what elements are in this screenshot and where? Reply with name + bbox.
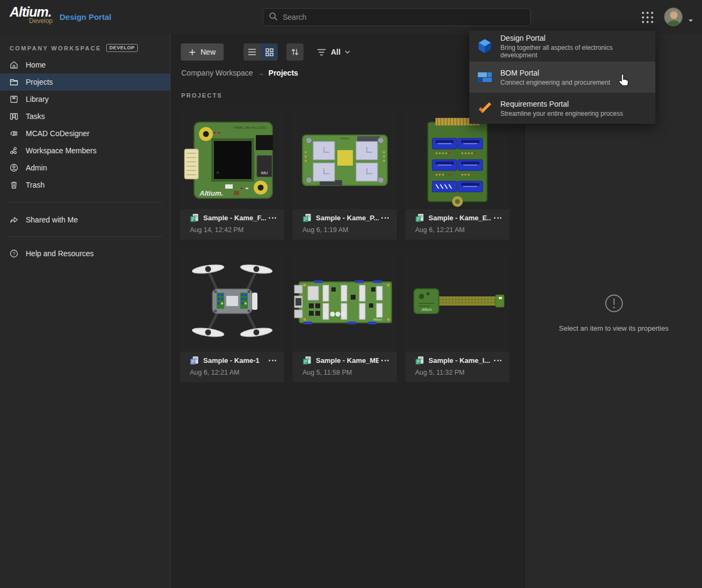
more-options-button[interactable] bbox=[379, 356, 391, 365]
chevron-down-icon bbox=[345, 50, 350, 54]
project-card[interactable]: Sample - Kame_E... Aug 6, 12:21 AM bbox=[405, 107, 509, 240]
project-meta: Sample - Kame_I... Aug 5, 11:32 PM bbox=[405, 352, 509, 376]
project-name: Sample - Kame_I... bbox=[428, 356, 491, 364]
sidebar-item-mcad-codesigner[interactable]: MCAD CoDesigner bbox=[0, 125, 170, 142]
members-icon bbox=[9, 146, 19, 155]
sidebar-item-label: Help and Resources bbox=[26, 249, 94, 258]
user-menu-caret[interactable] bbox=[688, 15, 693, 25]
search-input[interactable] bbox=[283, 13, 525, 21]
project-name: Sample - Kame_P... bbox=[316, 214, 379, 222]
project-card[interactable]: Altium Sample - Kame_I... bbox=[405, 250, 509, 382]
user-avatar[interactable] bbox=[664, 8, 683, 26]
projects-toolbar: New All bbox=[181, 43, 350, 61]
admin-user-icon bbox=[9, 163, 19, 173]
menu-item-requirements-portal[interactable]: Requirements Portal Streamline your enti… bbox=[469, 93, 655, 124]
grid-view-icon bbox=[265, 48, 274, 56]
home-icon bbox=[9, 60, 19, 70]
project-meta: Sample - Kame_MB Aug 5, 11:58 PM bbox=[293, 352, 397, 376]
filter-value: All bbox=[331, 48, 341, 56]
project-name: Sample - Kame-1 bbox=[203, 356, 266, 364]
more-options-button[interactable] bbox=[266, 356, 279, 365]
sidebar-item-home[interactable]: Home bbox=[0, 56, 170, 73]
sidebar-item-label: Tasks bbox=[26, 112, 45, 121]
multi-board-project-icon bbox=[190, 356, 199, 365]
project-thumbnail bbox=[180, 250, 284, 352]
project-name: Sample - Kame_E... bbox=[428, 214, 491, 222]
drone-thumbnail bbox=[180, 250, 284, 352]
chevron-down-icon bbox=[688, 19, 693, 23]
svg-text:Altium: Altium bbox=[421, 308, 432, 311]
pcb-motherboard-thumbnail: Altium bbox=[293, 250, 397, 352]
project-file-icon bbox=[302, 356, 312, 365]
sidebar-item-tasks[interactable]: Tasks bbox=[0, 108, 170, 125]
breadcrumb-parent[interactable]: Company Workspace bbox=[181, 69, 253, 77]
project-date: Aug 6, 1:19 AM bbox=[302, 226, 391, 234]
folder-icon bbox=[9, 77, 19, 87]
more-options-button[interactable] bbox=[266, 214, 279, 222]
sidebar-item-label: Library bbox=[26, 95, 49, 103]
project-card[interactable]: Sample - Kame-1 Aug 6, 12:21 AM bbox=[180, 250, 284, 382]
project-meta: Sample - Kame_P... Aug 6, 1:19 AM bbox=[293, 209, 397, 234]
pcb-quad-module-thumbnail: Altium bbox=[293, 107, 397, 209]
project-card[interactable]: Altium Sample - Kame_P... Au bbox=[293, 107, 397, 240]
project-meta: Sample - Kame_E... Aug 6, 12:21 AM bbox=[405, 209, 509, 234]
sidebar-item-label: Admin bbox=[26, 163, 47, 172]
sidebar-item-label: Home bbox=[26, 61, 46, 69]
project-file-icon bbox=[190, 213, 199, 222]
list-view-button[interactable] bbox=[243, 43, 261, 61]
project-thumbnail: IMU Altium. KAME_IMU rev.2 2021 bbox=[180, 107, 284, 209]
new-button[interactable]: New bbox=[181, 43, 224, 61]
sort-button[interactable] bbox=[286, 43, 304, 61]
menu-item-text: BOM Portal Connect engineering and procu… bbox=[500, 69, 610, 86]
search-bar[interactable] bbox=[263, 8, 531, 26]
requirements-portal-icon bbox=[477, 100, 493, 116]
project-card[interactable]: IMU Altium. KAME_IMU rev.2 2021 bbox=[180, 107, 284, 240]
svg-text:KAME_IMU rev.2 2021: KAME_IMU rev.2 2021 bbox=[234, 126, 267, 129]
svg-text:IMU: IMU bbox=[261, 171, 268, 175]
menu-item-design-portal[interactable]: Design Portal Bring together all aspects… bbox=[469, 31, 655, 62]
projects-grid: IMU Altium. KAME_IMU rev.2 2021 bbox=[180, 107, 509, 382]
grid-view-button[interactable] bbox=[261, 43, 278, 61]
project-thumbnail: Altium bbox=[293, 250, 397, 352]
project-date: Aug 5, 11:32 PM bbox=[415, 369, 504, 376]
project-date: Aug 14, 12:42 PM bbox=[190, 226, 279, 234]
new-button-label: New bbox=[201, 48, 216, 56]
sidebar-item-label: Workspace Members bbox=[26, 146, 97, 155]
sidebar-divider bbox=[8, 236, 162, 237]
sidebar-item-label: Projects bbox=[26, 78, 53, 86]
breadcrumb-separator-icon: → bbox=[257, 69, 264, 77]
altium-logo[interactable]: Altium. Develop bbox=[10, 5, 56, 25]
menu-item-text: Design Portal Bring together all aspects… bbox=[500, 34, 648, 59]
sidebar-item-admin[interactable]: Admin bbox=[0, 159, 170, 176]
project-meta: Sample - Kame-1 Aug 6, 12:21 AM bbox=[180, 352, 284, 376]
design-portal-icon bbox=[477, 38, 493, 54]
share-arrow-icon bbox=[9, 215, 19, 225]
sidebar: COMPANY WORKSPACE DEVELOP Home Projects … bbox=[0, 34, 171, 588]
project-thumbnail: Altium bbox=[405, 250, 509, 352]
trash-icon bbox=[9, 180, 19, 190]
projects-section-label: PROJECTS bbox=[181, 92, 223, 99]
project-date: Aug 6, 12:21 AM bbox=[415, 226, 504, 234]
more-options-button[interactable] bbox=[491, 356, 504, 365]
svg-text:Altium: Altium bbox=[341, 137, 350, 140]
mcad-connector-icon bbox=[9, 129, 19, 138]
sidebar-item-projects[interactable]: Projects bbox=[0, 73, 170, 91]
filter-dropdown[interactable]: All bbox=[316, 48, 350, 56]
help-icon: ? bbox=[9, 249, 19, 258]
sidebar-item-shared-with-me[interactable]: Shared with Me bbox=[0, 211, 170, 228]
project-date: Aug 6, 12:21 AM bbox=[190, 369, 279, 376]
sidebar-item-library[interactable]: Library bbox=[0, 91, 170, 108]
sidebar-item-workspace-members[interactable]: Workspace Members bbox=[0, 142, 170, 159]
apps-grid-button[interactable] bbox=[640, 10, 655, 25]
sort-icon bbox=[291, 48, 299, 56]
menu-item-description: Streamline your entire engineering proce… bbox=[500, 110, 623, 117]
menu-item-bom-portal[interactable]: BOM Portal Connect engineering and procu… bbox=[469, 62, 655, 93]
more-options-button[interactable] bbox=[491, 214, 504, 222]
more-options-button[interactable] bbox=[379, 214, 391, 222]
sidebar-item-help-and-resources[interactable]: ? Help and Resources bbox=[0, 245, 170, 262]
avatar-photo bbox=[664, 8, 683, 26]
menu-item-title: Requirements Portal bbox=[500, 100, 623, 108]
sidebar-item-trash[interactable]: Trash bbox=[0, 176, 170, 193]
view-toggle bbox=[243, 43, 278, 61]
project-card: Altium Sample - Kame_MB Aug bbox=[293, 250, 397, 382]
